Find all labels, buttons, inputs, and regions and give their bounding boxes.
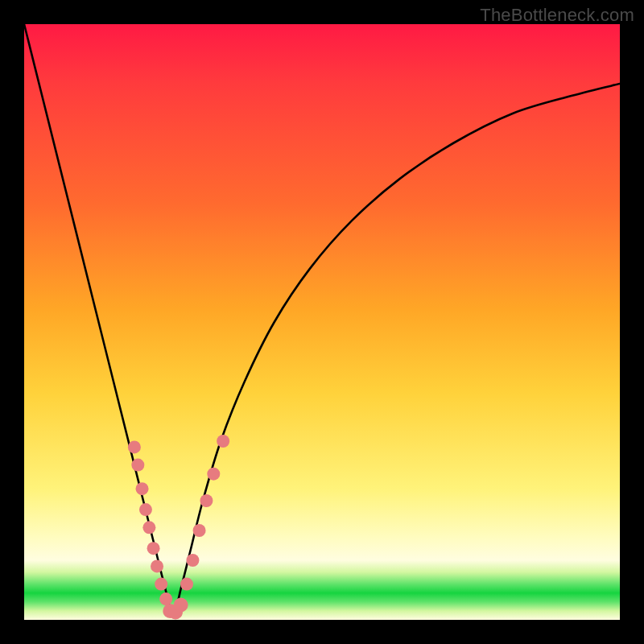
chart-frame: TheBottleneck.com xyxy=(0,0,644,644)
sample-point xyxy=(139,503,152,516)
sample-point xyxy=(180,578,193,591)
sample-point xyxy=(174,598,188,613)
sample-point xyxy=(131,459,144,472)
sample-point xyxy=(193,524,206,537)
sample-point xyxy=(207,468,220,481)
sample-point xyxy=(136,482,149,495)
plot-area xyxy=(24,24,620,620)
sample-point xyxy=(142,521,155,534)
sample-point xyxy=(200,494,213,507)
sample-point xyxy=(155,578,167,591)
sample-point xyxy=(151,559,163,572)
chart-svg xyxy=(24,24,620,620)
sample-point xyxy=(147,542,160,555)
sample-point xyxy=(128,440,141,453)
sample-point xyxy=(186,554,199,567)
bottleneck-curve xyxy=(24,24,620,614)
sample-point xyxy=(159,592,172,605)
sample-point xyxy=(217,435,229,448)
watermark-text: TheBottleneck.com xyxy=(480,5,634,26)
